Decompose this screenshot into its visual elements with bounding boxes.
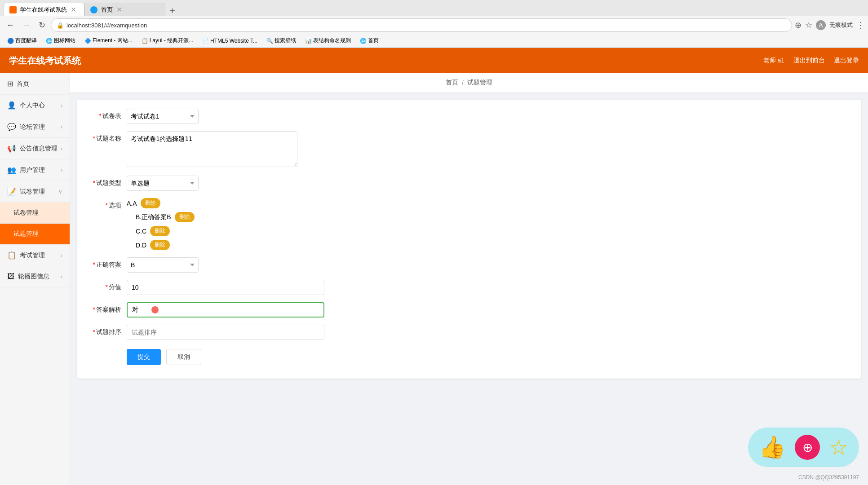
forum-arrow: › [61,124,62,130]
bookmark-baidu-translate[interactable]: 🔵 百度翻译 [4,36,40,45]
sidebar-announcement-label: 公告信息管理 [20,145,58,153]
option-row-d: D.D 删除 [136,240,351,250]
correct-answer-label: 正确答案 [91,257,127,269]
new-tab-button[interactable]: + [165,6,180,16]
extensions-icon[interactable]: ⊕ [795,20,802,30]
address-bar[interactable]: 🔒 localhost:8081/#/examquestion [51,18,792,32]
options-section: A.A 删除 B.正确答案B 删除 C.C 删除 [127,198,351,250]
user-mode-label: 无痕模式 [829,21,853,29]
bookmark-element[interactable]: 🔷 Element - 网站... [81,36,136,45]
question-type-select[interactable]: 单选题 [127,176,199,191]
menu-icon[interactable]: ⋮ [856,20,864,30]
user-icon: 👥 [7,166,16,174]
option-d-text: D.D [136,242,146,249]
breadcrumb-home[interactable]: 首页 [446,79,458,87]
exam-paper-select[interactable]: 考试试卷1 [127,109,199,124]
form-container: 试卷表 考试试卷1 试题名称 考试试卷1的选择题11 试 [77,100,861,379]
sidebar-item-user[interactable]: 👥 用户管理 › [0,159,70,181]
header-nav: 老师 a1 退出到前台 退出登录 [763,57,859,65]
bookmark-wallpaper[interactable]: 🔍 搜索壁纸 [263,36,300,45]
sidebar-item-announcement[interactable]: 📢 公告信息管理 › [0,138,70,159]
score-input[interactable] [127,280,324,295]
correct-answer-select[interactable]: B [127,257,199,273]
sidebar-profile-content: 👤 个人中心 [7,101,45,110]
home-icon: ⊞ [7,79,13,88]
sidebar-profile-label: 个人中心 [20,101,45,110]
sidebar-item-exam-paper-parent[interactable]: 📝 试卷管理 ∨ [0,181,70,203]
sidebar-item-banner[interactable]: 🖼 轮播图信息 › [0,266,70,287]
bookmark-icon-element: 🔷 [84,38,91,44]
breadcrumb-separator: / [462,79,464,86]
exam-arrow: › [61,252,62,259]
app-header: 学生在线考试系统 老师 a1 退出到前台 退出登录 [0,48,868,73]
question-name-input[interactable]: 考试试卷1的选择题11 [127,131,297,167]
main-content: 首页 / 试题管理 试卷表 考试试卷1 试题名称 [70,73,868,485]
sidebar: ⊞ 首页 👤 个人中心 › 💬 论坛管理 › 📢 [0,73,70,485]
order-input[interactable] [127,325,324,340]
bookmark-homepage[interactable]: 🌐 首页 [356,36,382,45]
profile-icon[interactable]: A [816,20,826,30]
header-logout[interactable]: 退出登录 [834,57,859,65]
sidebar-item-exam-mgmt[interactable]: 📋 考试管理 › [0,245,70,266]
sidebar-exam-question-label: 试题管理 [13,230,39,238]
bookmark-icon-layui: 📋 [142,38,148,44]
options-label: 选项 [91,198,127,210]
app-container: 学生在线考试系统 老师 a1 退出到前台 退出登录 ⊞ 首页 👤 个人中心 › [0,48,868,485]
option-b-delete[interactable]: 删除 [175,212,195,222]
announcement-arrow: › [61,146,62,152]
bookmark-table-naming[interactable]: 📊 表结构命名规则 [301,36,354,45]
options-control: A.A 删除 B.正确答案B 删除 C.C 删除 [127,198,351,250]
form-row-explanation: 答案解析 [91,302,847,317]
submit-button[interactable]: 提交 [127,349,161,365]
exam-paper-icon: 📝 [7,187,16,196]
forum-icon: 💬 [7,123,16,131]
header-teacher-name[interactable]: 老师 a1 [763,57,784,65]
tab-close-2[interactable]: ✕ [116,5,122,14]
tab-home[interactable]: 🌐 首页 ✕ [84,3,165,16]
sidebar-exam-paper-label: 试卷管理 [20,188,45,196]
tab-close-1[interactable]: ✕ [71,5,76,14]
explanation-input[interactable] [127,302,324,317]
bookmark-icons[interactable]: 🌐 图标网站 [42,36,79,45]
address-text: localhost:8081/#/examquestion [66,22,147,29]
bookmark-icon-wallpaper: 🔍 [266,38,273,44]
exam-paper-label: 试卷表 [91,109,127,120]
app-title: 学生在线考试系统 [9,55,81,67]
bookmark-icon-baidu: 🔵 [7,38,14,44]
exam-icon: 📋 [7,251,16,260]
sidebar-item-profile[interactable]: 👤 个人中心 › [0,95,70,116]
sidebar-home-label: 首页 [17,80,29,88]
score-label: 分值 [91,280,127,291]
share-icon[interactable]: ⊕ [795,435,820,460]
app-body: ⊞ 首页 👤 个人中心 › 💬 论坛管理 › 📢 [0,73,868,485]
tab-exam-system[interactable]: 学生在线考试系统 ✕ [4,3,84,16]
forward-button[interactable]: → [20,20,33,31]
bookmark-icon[interactable]: ☆ [805,20,812,30]
sidebar-item-forum[interactable]: 💬 论坛管理 › [0,116,70,138]
order-label: 试题排序 [91,325,127,336]
sidebar-item-home[interactable]: ⊞ 首页 [0,73,70,95]
thumbs-up-icon[interactable]: 👍 [759,435,786,460]
option-b-text: B.正确答案B [136,213,171,221]
bookmark-icon-home: 🌐 [360,38,367,44]
star-icon[interactable]: ☆ [829,435,848,460]
option-c-delete[interactable]: 删除 [150,226,170,236]
cancel-button[interactable]: 取消 [166,349,201,365]
sidebar-item-exam-paper-sub[interactable]: 试卷管理 [0,203,70,224]
tab-favicon-1 [9,6,17,13]
back-button[interactable]: ← [4,20,17,31]
header-logout-frontend[interactable]: 退出到前台 [793,57,825,65]
bookmark-layui[interactable]: 📋 Layui - 经典开源... [138,36,197,45]
bookmark-html5[interactable]: 📄 HTML5 Website T... [199,37,261,45]
option-row-c: C.C 删除 [136,226,351,236]
bookmark-icon-icons: 🌐 [46,38,53,44]
sidebar-exam-content: 📋 考试管理 [7,251,45,260]
sidebar-item-exam-question[interactable]: 试题管理 [0,224,70,245]
browser-toolbar: ← → ↻ 🔒 localhost:8081/#/examquestion ⊕ … [0,16,868,34]
explanation-label: 答案解析 [91,302,127,314]
banner-icon: 🖼 [7,273,14,281]
option-d-delete[interactable]: 删除 [150,240,170,250]
exam-paper-arrow: ∨ [58,189,62,195]
refresh-button[interactable]: ↻ [36,19,48,31]
option-a-delete[interactable]: 删除 [141,198,160,208]
